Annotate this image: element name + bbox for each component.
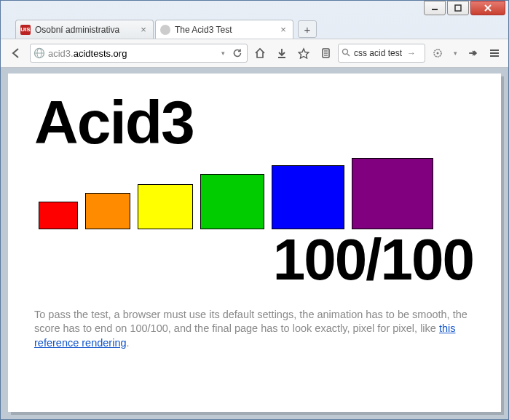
dropdown-icon[interactable]: ▾ — [218, 49, 228, 57]
favicon-icon — [160, 25, 170, 35]
search-go-icon[interactable]: → — [407, 48, 416, 58]
close-icon[interactable]: × — [138, 25, 149, 35]
downloads-button[interactable] — [272, 44, 291, 63]
tab-title: The Acid3 Test — [175, 25, 274, 35]
close-icon[interactable]: × — [278, 25, 288, 35]
url-text: acid3.acidtests.org — [48, 48, 215, 59]
box-yellow — [138, 184, 193, 229]
tab-osobni[interactable]: UIS Osobní administrativa × — [15, 20, 154, 39]
svg-rect-1 — [455, 5, 461, 11]
svg-point-11 — [343, 49, 348, 54]
menu-button[interactable] — [485, 44, 504, 63]
search-icon — [342, 48, 352, 59]
bookmarks-button[interactable] — [294, 44, 313, 63]
tab-acid3[interactable]: The Acid3 Test × — [155, 20, 293, 39]
home-button[interactable] — [250, 44, 269, 63]
page-title: Acid3 — [34, 94, 479, 152]
svg-point-14 — [437, 52, 439, 55]
svg-line-12 — [347, 54, 350, 56]
score-text: 100/100 — [34, 231, 479, 289]
box-purple — [352, 158, 433, 229]
box-orange — [85, 193, 130, 229]
toolbar: acid3.acidtests.org ▾ → — [1, 39, 508, 68]
addon-button[interactable] — [428, 44, 447, 63]
globe-icon — [33, 47, 45, 59]
box-green — [200, 174, 264, 229]
page-body: Acid3 100/100 To pass the test, a browse… — [8, 74, 501, 412]
addon-dropdown-icon[interactable]: ▾ — [450, 49, 460, 57]
content-area: Acid3 100/100 To pass the test, a browse… — [1, 68, 508, 419]
box-red — [39, 202, 78, 229]
maximize-button[interactable] — [447, 1, 469, 15]
box-blue — [272, 165, 344, 229]
tab-title: Osobní administrativa — [35, 25, 134, 35]
new-tab-button[interactable]: + — [298, 20, 317, 38]
back-button[interactable] — [5, 43, 27, 63]
window-controls — [1, 1, 508, 17]
browser-window: UIS Osobní administrativa × The Acid3 Te… — [0, 0, 509, 420]
instructions: To pass the test, a browser must use its… — [34, 308, 479, 351]
search-bar[interactable]: → — [338, 44, 425, 63]
library-button[interactable] — [316, 44, 335, 63]
url-bar[interactable]: acid3.acidtests.org ▾ — [30, 44, 248, 63]
reload-button[interactable] — [231, 48, 244, 58]
search-input[interactable] — [354, 48, 405, 58]
tab-strip: UIS Osobní administrativa × The Acid3 Te… — [1, 17, 508, 39]
minimize-button[interactable] — [424, 1, 446, 15]
color-boxes — [34, 158, 479, 229]
favicon-icon: UIS — [20, 25, 31, 35]
overflow-button[interactable] — [463, 44, 482, 63]
close-button[interactable] — [470, 1, 505, 15]
